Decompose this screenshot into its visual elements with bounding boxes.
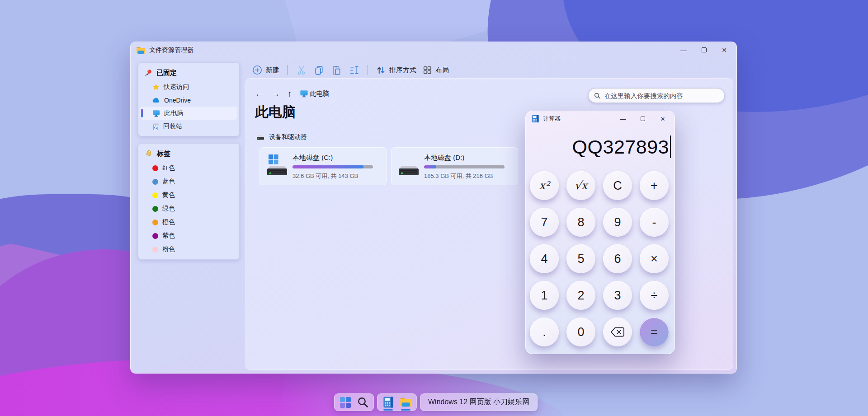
sidebar-tag-blue[interactable]: 蓝色	[140, 175, 237, 188]
taskbar-start-group	[334, 393, 374, 411]
section-label: 设备和驱动器	[269, 133, 307, 141]
sidebar-tag-orange[interactable]: 橙色	[140, 215, 237, 229]
drive-icon	[265, 153, 289, 179]
pinned-card: 已固定 快速访问 OneDrive	[138, 62, 240, 136]
key-3[interactable]: 3	[603, 281, 632, 310]
explorer-toolbar: 新建	[252, 63, 449, 77]
key-7[interactable]: 7	[530, 208, 559, 237]
drive-usage-fill	[292, 165, 363, 168]
active-app-indicator	[383, 409, 393, 411]
sidebar-tag-purple[interactable]: 紫色	[140, 229, 237, 243]
key-add[interactable]: +	[640, 171, 669, 200]
desktop: 文件资源管理器 — ✕ 已固定	[0, 0, 868, 416]
sort-button[interactable]: 排序方式	[376, 65, 416, 75]
windows-logo-icon	[269, 154, 278, 164]
key-8[interactable]: 8	[566, 208, 595, 237]
forward-button[interactable]: →	[271, 89, 280, 98]
sidebar-tag-pink[interactable]: 粉色	[140, 243, 237, 256]
key-5[interactable]: 5	[566, 244, 595, 273]
sidebar-item-onedrive[interactable]: OneDrive	[140, 93, 237, 107]
key-4[interactable]: 4	[530, 244, 559, 273]
layout-button-label: 布局	[435, 66, 449, 75]
key-divide[interactable]: ÷	[640, 281, 669, 310]
taskbar-search-button[interactable]	[357, 396, 369, 409]
key-multiply[interactable]: ×	[640, 244, 669, 273]
maximize-button[interactable]	[637, 116, 649, 122]
start-button[interactable]	[339, 396, 351, 409]
key-sqrt[interactable]: √x	[566, 171, 595, 200]
tag-color-dot	[152, 192, 158, 198]
key-clear[interactable]: C	[603, 171, 632, 200]
sidebar-tag-red[interactable]: 红色	[140, 161, 237, 175]
taskbar-calculator-button[interactable]	[382, 396, 394, 409]
search-input[interactable]	[604, 92, 719, 99]
calculator-titlebar[interactable]: 计算器 — ✕	[526, 111, 675, 126]
key-9[interactable]: 9	[603, 208, 632, 237]
drive-info: 185.3 GB 可用, 共 216 GB	[424, 172, 512, 180]
taskbar-explorer-button[interactable]	[400, 396, 412, 409]
key-equals[interactable]: =	[640, 318, 669, 346]
tag-label: 蓝色	[162, 178, 175, 186]
up-button[interactable]: ↑	[288, 89, 292, 98]
paste-button[interactable]	[330, 64, 342, 76]
calculator-window: 计算器 — ✕ QQ327893 x² √x C + 7 8 9 - 4 5 6…	[525, 111, 675, 354]
key-6[interactable]: 6	[603, 244, 632, 273]
minimize-button[interactable]: —	[617, 116, 629, 122]
drive-icon	[397, 153, 420, 179]
tags-header-label: 标签	[157, 150, 170, 158]
key-square[interactable]: x²	[530, 171, 559, 200]
scissors-icon	[296, 65, 307, 75]
tag-label: 粉色	[162, 245, 175, 253]
close-button[interactable]: ✕	[717, 47, 731, 54]
star-icon	[152, 84, 160, 91]
pinned-header: 已固定	[138, 65, 239, 80]
maximize-icon	[702, 47, 707, 52]
search-box[interactable]	[588, 88, 725, 103]
search-icon	[357, 397, 368, 408]
layout-button[interactable]: 布局	[422, 65, 449, 75]
sidebar-item-label: OneDrive	[164, 97, 191, 104]
sidebar-item-label: 快速访问	[164, 83, 189, 91]
key-0[interactable]: 0	[566, 318, 595, 346]
sidebar-item-this-pc[interactable]: 此电脑	[140, 107, 237, 120]
navigation-row: ← → ↑ 此电脑	[255, 89, 329, 98]
tag-label: 红色	[162, 164, 175, 172]
drive-d-card[interactable]: 本地磁盘 (D:) 185.3 GB 可用, 共 216 GB	[391, 147, 518, 185]
section-devices-and-drives[interactable]: 设备和驱动器	[256, 133, 307, 141]
sidebar-item-quick-access[interactable]: 快速访问	[140, 80, 237, 93]
key-backspace[interactable]	[603, 318, 632, 346]
tag-label: 橙色	[162, 218, 175, 226]
hard-drive-icon	[256, 135, 265, 140]
sidebar-item-label: 此电脑	[164, 109, 183, 117]
sort-arrows-icon	[376, 65, 386, 75]
minimize-button[interactable]: —	[677, 47, 690, 54]
tag-color-dot	[152, 247, 158, 252]
breadcrumb[interactable]: 此电脑	[300, 90, 329, 98]
key-1[interactable]: 1	[530, 281, 559, 310]
cut-button[interactable]	[295, 64, 307, 76]
key-decimal[interactable]: .	[530, 318, 559, 346]
tag-color-dot	[152, 206, 158, 212]
explorer-titlebar[interactable]: 文件资源管理器 — ✕	[131, 42, 736, 58]
toolbar-divider	[287, 65, 288, 75]
copy-button[interactable]	[313, 64, 325, 76]
key-2[interactable]: 2	[566, 281, 595, 310]
key-subtract[interactable]: -	[640, 208, 669, 237]
drive-usage-fill	[424, 165, 436, 168]
active-app-indicator	[401, 409, 410, 411]
taskbar-apps-group	[377, 393, 417, 411]
rename-button[interactable]	[348, 64, 360, 76]
sidebar-item-recycle-bin[interactable]: 回收站	[140, 120, 237, 133]
close-button[interactable]: ✕	[656, 116, 669, 122]
drive-c-card[interactable]: 本地磁盘 (C:) 32.6 GB 可用, 共 143 GB	[259, 147, 387, 185]
page-title: 此电脑	[255, 103, 296, 122]
new-button[interactable]: 新建	[252, 65, 279, 75]
display-value: QQ327893	[572, 136, 669, 158]
calculator-display[interactable]: QQ327893	[530, 133, 671, 161]
sidebar-tag-yellow[interactable]: 黄色	[140, 188, 237, 202]
sidebar-tag-green[interactable]: 绿色	[140, 202, 237, 215]
back-button[interactable]: ←	[255, 89, 264, 98]
calculator-keypad: x² √x C + 7 8 9 - 4 5 6 × 1 2 3 ÷ . 0	[530, 171, 669, 346]
maximize-button[interactable]	[697, 47, 711, 54]
cloud-icon	[152, 97, 160, 104]
